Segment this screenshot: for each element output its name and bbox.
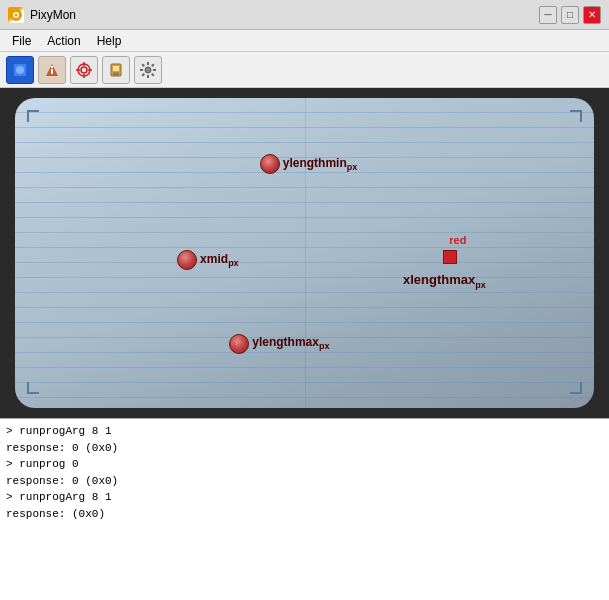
- console-line: > runprogArg 8 1: [6, 489, 603, 506]
- red-label: red: [449, 234, 466, 246]
- window-controls: ─ □ ✕: [539, 6, 601, 24]
- target-button[interactable]: [70, 56, 98, 84]
- console-line: response: 0 (0x0): [6, 440, 603, 457]
- console-line: > runprogArg 8 1: [6, 423, 603, 440]
- close-button[interactable]: ✕: [583, 6, 601, 24]
- title-bar-left: PixyMon: [8, 7, 76, 23]
- corner-br: [570, 382, 582, 394]
- svg-line-27: [142, 73, 144, 75]
- up-button[interactable]: [38, 56, 66, 84]
- menu-action[interactable]: Action: [39, 32, 88, 50]
- maximize-button[interactable]: □: [561, 6, 579, 24]
- toolbar: [0, 52, 609, 88]
- ylengthmax-dot: [229, 334, 249, 354]
- console-line: response: 0 (0x0): [6, 473, 603, 490]
- menu-help[interactable]: Help: [89, 32, 130, 50]
- console-output[interactable]: > runprogArg 8 1response: 0 (0x0)> runpr…: [0, 419, 609, 600]
- svg-line-25: [152, 73, 154, 75]
- menu-file[interactable]: File: [4, 32, 39, 50]
- xmid-marker: xmidpx: [177, 250, 239, 270]
- minimize-button[interactable]: ─: [539, 6, 557, 24]
- camera-view: ylengthminpx xmidpx red xlengthmaxpx yle…: [0, 88, 609, 418]
- svg-rect-7: [51, 69, 53, 74]
- xmid-dot: [177, 250, 197, 270]
- console-line: > runprog 0: [6, 456, 603, 473]
- ylengthmax-marker: ylengthmaxpx: [229, 334, 329, 354]
- ylengthmax-label: ylengthmaxpx: [252, 335, 329, 351]
- camera-frame: ylengthminpx xmidpx red xlengthmaxpx yle…: [15, 98, 594, 408]
- ylengthmin-marker: ylengthminpx: [260, 154, 358, 174]
- title-bar: PixyMon ─ □ ✕: [0, 0, 609, 30]
- corner-tr: [570, 110, 582, 122]
- svg-line-26: [152, 64, 154, 66]
- svg-line-24: [142, 64, 144, 66]
- console-area: > runprogArg 8 1response: 0 (0x0)> runpr…: [0, 418, 609, 600]
- svg-rect-16: [113, 66, 119, 71]
- console-line: response: (0x0): [6, 506, 603, 523]
- corner-bl: [27, 382, 39, 394]
- red-square: [443, 250, 457, 264]
- run-button[interactable]: [6, 56, 34, 84]
- window-title: PixyMon: [30, 8, 76, 22]
- xmid-label: xmidpx: [200, 252, 239, 268]
- settings-button[interactable]: [134, 56, 162, 84]
- svg-point-2: [15, 13, 18, 16]
- svg-point-19: [145, 67, 151, 73]
- ylengthmin-label: ylengthminpx: [283, 156, 358, 172]
- corner-tl: [27, 110, 39, 122]
- svg-rect-8: [51, 66, 53, 68]
- svg-point-10: [81, 67, 87, 73]
- svg-point-5: [16, 66, 24, 74]
- ylengthmin-dot: [260, 154, 280, 174]
- flash-button[interactable]: [102, 56, 130, 84]
- xlengthmax-label: xlengthmaxpx: [403, 272, 486, 290]
- app-icon: [8, 7, 24, 23]
- menu-bar: File Action Help: [0, 30, 609, 52]
